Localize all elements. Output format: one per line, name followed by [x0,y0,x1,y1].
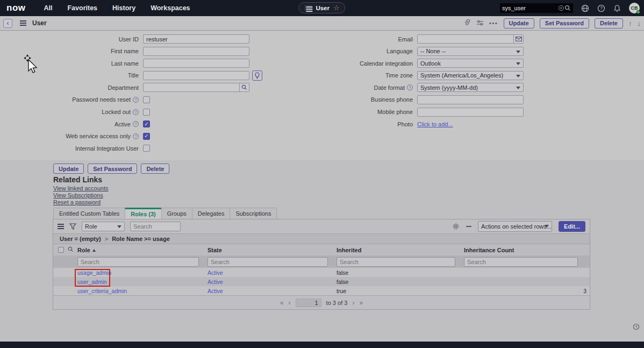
state-link[interactable]: Active [207,279,223,285]
tab-subscriptions[interactable]: Subscriptions [230,208,277,219]
date-format-select[interactable]: System (yyyy-MM-dd) [417,83,524,92]
select-all-checkbox[interactable] [58,247,64,253]
first-page-icon[interactable]: « [280,299,284,307]
edit-button[interactable]: Edit... [559,221,585,232]
filter-funnel-icon[interactable] [69,223,76,230]
current-page-input[interactable] [296,299,321,307]
reference-lookup-icon[interactable] [239,83,249,91]
list-context-menu-icon[interactable] [58,224,64,229]
delete-button-footer[interactable]: Delete [141,164,169,174]
list-search-input[interactable] [130,222,181,231]
email-envelope-icon[interactable] [513,35,523,43]
user-avatar[interactable]: CB [629,3,640,13]
table-row[interactable]: usage_admin Active false [53,268,590,277]
role-link[interactable]: user_criteria_admin [77,288,127,294]
search-field-select[interactable]: Role [82,222,125,231]
breadcrumb-user-filter[interactable]: User = (empty) [60,236,101,242]
role-link[interactable]: user_admin [77,279,107,285]
password-needs-reset-checkbox[interactable] [143,96,150,103]
response-time-clock-icon[interactable] [633,323,640,332]
pill-menu-icon[interactable] [304,5,312,11]
internal-integration-user-checkbox[interactable] [143,145,150,152]
active-checkbox[interactable] [143,120,150,127]
previous-page-icon[interactable]: ‹ [289,299,291,307]
count-column-search-input[interactable] [464,257,578,267]
column-header-role[interactable]: Role [77,247,207,253]
menu-favorites[interactable]: Favorites [67,4,97,12]
photo-add-link[interactable]: Click to add... [417,121,453,127]
department-input[interactable] [144,83,239,91]
field-help-icon[interactable] [407,84,413,90]
global-search[interactable] [500,3,573,13]
web-service-access-only-checkbox[interactable] [143,133,150,140]
column-header-state[interactable]: State [207,247,337,253]
set-password-button-footer[interactable]: Set Password [88,164,137,174]
field-help-icon[interactable] [133,97,139,103]
time-zone-select[interactable]: System (America/Los_Angeles) [417,71,524,80]
inherited-column-search-input[interactable] [337,257,455,267]
more-actions-icon[interactable]: ••• [489,20,498,26]
last-name-input[interactable] [143,59,249,68]
tab-entitled-custom-tables[interactable]: Entitled Custom Tables [53,208,125,219]
view-subscriptions-link[interactable]: View Subscriptions [53,192,109,198]
now-logo[interactable]: now [6,3,26,13]
field-internal-integration-user: Internal Integration User [48,144,274,153]
next-page-icon[interactable]: › [352,299,354,307]
globe-icon[interactable] [581,4,589,12]
tab-groups[interactable]: Groups [161,208,192,219]
mobile-phone-input[interactable] [417,108,524,117]
next-record-icon[interactable]: ↓ [638,19,641,27]
reset-a-password-link[interactable]: Reset a password [53,199,109,205]
role-link[interactable]: usage_admin [77,269,111,276]
business-phone-input[interactable] [417,95,524,104]
set-password-button[interactable]: Set Password [540,18,589,29]
help-icon[interactable]: ? [597,4,605,12]
column-header-inheritance-count[interactable]: Inheritance Count [464,247,591,253]
tab-delegates[interactable]: Delegates [192,208,230,219]
clear-search-icon[interactable] [558,5,564,11]
form-context-menu-icon[interactable] [20,20,26,26]
table-row[interactable]: user_admin Active false [53,277,590,286]
last-page-icon[interactable]: » [359,299,363,307]
email-input[interactable] [418,35,513,43]
actions-on-selected-rows-select[interactable]: Actions on selected rows... [478,221,552,232]
collapse-list-icon[interactable] [466,226,471,227]
menu-workspaces[interactable]: Workspaces [151,4,190,12]
delete-button[interactable]: Delete [595,18,623,29]
previous-record-icon[interactable]: ↑ [628,19,632,27]
field-help-icon[interactable] [133,109,139,115]
user-id-input[interactable] [143,34,249,44]
search-icon[interactable] [564,5,571,11]
notifications-bell-icon[interactable] [613,4,621,12]
role-column-search-input[interactable] [77,257,199,267]
personalize-sliders-icon[interactable] [476,20,484,26]
menu-history[interactable]: History [112,4,135,12]
tab-roles[interactable]: Roles (3) [125,208,161,219]
field-help-icon[interactable] [133,133,139,139]
state-column-search-input[interactable] [207,257,328,267]
update-button[interactable]: Update [504,18,534,29]
state-link[interactable]: Active [207,288,223,294]
update-button-footer[interactable]: Update [53,164,84,174]
attachment-paperclip-icon[interactable] [464,19,471,27]
global-search-input[interactable] [502,5,558,11]
field-help-icon[interactable] [133,121,139,127]
calendar-integration-select[interactable]: Outlook [417,59,524,68]
state-link[interactable]: Active [207,269,223,276]
last-name-label: Last name [48,60,143,67]
favorite-star-icon[interactable]: ☆ [333,4,340,11]
first-name-input[interactable] [143,47,249,56]
locked-out-checkbox[interactable] [143,109,150,116]
column-header-inherited[interactable]: Inherited [337,247,464,253]
suggestion-lightbulb-icon[interactable] [252,70,262,81]
title-input[interactable] [143,71,249,80]
language-select[interactable]: -- None -- [417,47,524,56]
column-search-icon[interactable] [68,246,74,253]
list-settings-gear-icon[interactable] [452,223,460,230]
context-pill[interactable]: User ☆ [298,2,345,13]
breadcrumb-role-condition[interactable]: Role Name >= usage [112,236,170,242]
back-button[interactable]: ‹ [3,19,12,28]
view-linked-accounts-link[interactable]: View linked accounts [53,185,109,191]
table-row[interactable]: user_criteria_admin Active true 3 [53,286,590,295]
menu-all[interactable]: All [44,4,53,12]
